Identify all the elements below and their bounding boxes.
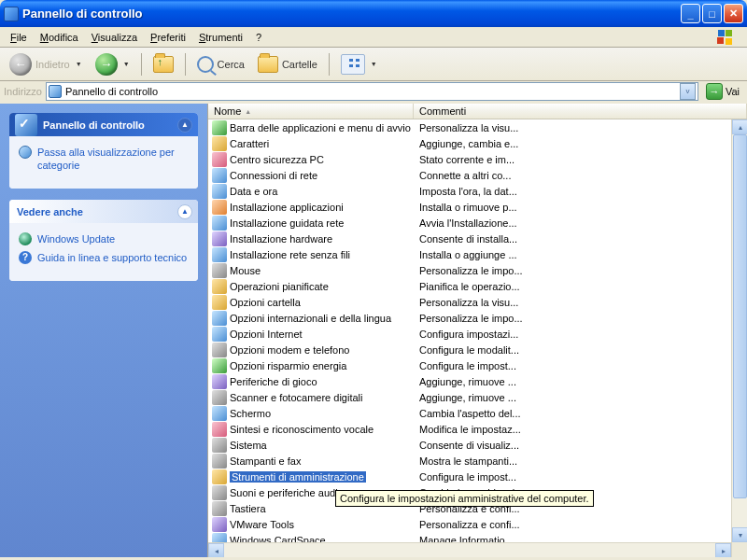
item-icon bbox=[212, 168, 227, 183]
maximize-button[interactable]: □ bbox=[702, 4, 722, 23]
sidebar-link-label: Passa alla visualizzazione per categorie bbox=[37, 146, 189, 172]
list-item[interactable]: Sintesi e riconoscimento vocaleModifica … bbox=[208, 421, 747, 437]
list-item[interactable]: VMware ToolsPersonalizza e confi... bbox=[208, 516, 747, 532]
sidebar-panel-control-panel: Pannello di controllo ▲ Passa alla visua… bbox=[9, 113, 198, 189]
menu-file[interactable]: File bbox=[4, 30, 34, 45]
list-item[interactable]: Data e oraImposta l'ora, la dat... bbox=[208, 183, 747, 199]
toolbar-separator bbox=[141, 53, 142, 76]
forward-dropdown-icon[interactable]: ▼ bbox=[123, 61, 130, 67]
item-icon bbox=[212, 358, 227, 373]
svg-rect-0 bbox=[717, 37, 724, 44]
folders-button[interactable]: Cartelle bbox=[252, 53, 323, 76]
item-icon bbox=[212, 152, 227, 167]
sidebar-panel-header[interactable]: Vedere anche ▲ bbox=[9, 200, 198, 223]
back-dropdown-icon[interactable]: ▼ bbox=[76, 61, 82, 67]
scroll-right-button[interactable]: ▸ bbox=[715, 543, 731, 557]
item-comment: Configura le impost... bbox=[414, 471, 747, 483]
item-comment: Personalizza e confi... bbox=[414, 519, 747, 530]
address-dropdown-button[interactable]: v bbox=[680, 83, 696, 100]
list-item[interactable]: SistemaConsente di visualiz... bbox=[208, 437, 747, 453]
scroll-thumb[interactable] bbox=[733, 134, 747, 498]
forward-button[interactable]: → ▼ bbox=[90, 50, 135, 78]
scroll-up-button[interactable]: ▴ bbox=[732, 119, 747, 134]
item-icon bbox=[212, 501, 227, 516]
item-comment: Stato corrente e im... bbox=[414, 154, 747, 165]
close-button[interactable]: ✕ bbox=[724, 4, 743, 23]
vertical-scrollbar[interactable]: ▴ ▾ bbox=[731, 119, 747, 557]
sidebar-panel-header[interactable]: Pannello di controllo ▲ bbox=[9, 113, 198, 136]
folders-icon bbox=[258, 56, 278, 73]
menu-modifica[interactable]: Modifica bbox=[34, 30, 85, 45]
back-arrow-icon: ← bbox=[9, 53, 32, 76]
list-item[interactable]: Operazioni pianificatePianifica le opera… bbox=[208, 278, 747, 294]
list-item[interactable]: Opzioni internazionali e della linguaPer… bbox=[208, 310, 747, 326]
search-button[interactable]: Cerca bbox=[191, 53, 250, 76]
item-icon bbox=[212, 454, 227, 469]
throbber-icon bbox=[708, 28, 743, 47]
menubar: File Modifica Visualizza Preferiti Strum… bbox=[0, 27, 747, 48]
item-name: Mouse bbox=[230, 265, 261, 276]
item-icon bbox=[212, 438, 227, 453]
sidebar-panel-title: Vedere anche bbox=[17, 206, 83, 217]
sidebar-panel-body: Windows Update ? Guida in linea e suppor… bbox=[9, 223, 198, 281]
address-combo[interactable]: Pannello di controllo v bbox=[46, 82, 698, 101]
column-label: Nome bbox=[214, 105, 241, 117]
scroll-down-button[interactable]: ▾ bbox=[732, 527, 747, 542]
scroll-left-button[interactable]: ◂ bbox=[208, 543, 224, 557]
item-comment: Consente di visualiz... bbox=[414, 440, 747, 451]
sidebar-link-help[interactable]: ? Guida in linea e supporto tecnico bbox=[19, 251, 189, 264]
sidebar: Pannello di controllo ▲ Passa alla visua… bbox=[0, 104, 207, 557]
list-item[interactable]: Opzioni modem e telefonoConfigura le mod… bbox=[208, 342, 747, 357]
item-name: Strumenti di amministrazione bbox=[230, 471, 366, 483]
item-name: Centro sicurezza PC bbox=[230, 154, 324, 165]
column-header-name[interactable]: Nome ▲ bbox=[208, 104, 414, 119]
list-item[interactable]: MousePersonalizza le impo... bbox=[208, 262, 747, 278]
list-item[interactable]: Installazione guidata reteAvvia l'Instal… bbox=[208, 215, 747, 231]
item-comment: Aggiunge, rimuove ... bbox=[414, 376, 747, 387]
list-item[interactable]: Windows CardSpaceManage Informatio... bbox=[208, 532, 747, 542]
views-dropdown-icon[interactable]: ▼ bbox=[371, 61, 377, 67]
list-item[interactable]: Stampanti e faxMostra le stampanti... bbox=[208, 453, 747, 469]
menu-strumenti[interactable]: Strumenti bbox=[192, 30, 249, 45]
go-button[interactable]: → Vai bbox=[702, 82, 743, 101]
item-icon bbox=[212, 279, 227, 294]
list-item[interactable]: Installazione rete senza filiInstalla o … bbox=[208, 246, 747, 262]
sidebar-panel-body: Passa alla visualizzazione per categorie bbox=[9, 136, 198, 189]
list-item[interactable]: SchermoCambia l'aspetto del... bbox=[208, 405, 747, 421]
item-icon bbox=[212, 231, 227, 246]
up-button[interactable]: ↑ bbox=[148, 53, 179, 76]
item-name: Opzioni Internet bbox=[230, 329, 303, 340]
minimize-button[interactable]: _ bbox=[681, 4, 700, 23]
views-button[interactable]: ▼ bbox=[335, 51, 383, 77]
item-comment: Personalizza la visu... bbox=[414, 122, 747, 133]
menu-help[interactable]: ? bbox=[249, 30, 268, 45]
item-name: Windows CardSpace bbox=[230, 535, 326, 543]
window-title: Pannello di controllo bbox=[22, 7, 679, 21]
list-item[interactable]: Opzioni cartellaPersonalizza la visu... bbox=[208, 294, 747, 310]
list-item[interactable]: Opzioni risparmio energiaConfigura le im… bbox=[208, 357, 747, 373]
sidebar-link-windows-update[interactable]: Windows Update bbox=[19, 232, 189, 245]
list-item[interactable]: Connessioni di reteConnette a altri co..… bbox=[208, 167, 747, 183]
back-label: Indietro bbox=[35, 59, 70, 70]
column-header-comments[interactable]: Commenti bbox=[414, 104, 747, 119]
list-item[interactable]: Periferiche di giocoAggiunge, rimuove ..… bbox=[208, 373, 747, 389]
list-item[interactable]: Installazione applicazioniInstalla o rim… bbox=[208, 199, 747, 215]
collapse-icon[interactable]: ▲ bbox=[177, 204, 192, 219]
list-item[interactable]: Opzioni InternetConfigura impostazi... bbox=[208, 326, 747, 342]
horizontal-scrollbar[interactable]: ◂ ▸ bbox=[208, 542, 731, 557]
list-item[interactable]: Strumenti di amministrazioneConfigura le… bbox=[208, 469, 747, 484]
list-item[interactable]: Installazione hardwareConsente di instal… bbox=[208, 231, 747, 246]
collapse-icon[interactable]: ▲ bbox=[177, 118, 192, 133]
back-button[interactable]: ← Indietro ▼ bbox=[4, 50, 88, 78]
list-item[interactable]: CaratteriAggiunge, cambia e... bbox=[208, 135, 747, 151]
item-icon bbox=[212, 311, 227, 326]
menu-visualizza[interactable]: Visualizza bbox=[85, 30, 144, 45]
list-item[interactable]: Scanner e fotocamere digitaliAggiunge, r… bbox=[208, 389, 747, 405]
item-comment: Avvia l'Installazione... bbox=[414, 217, 747, 229]
item-icon bbox=[212, 295, 227, 310]
sidebar-link-category-view[interactable]: Passa alla visualizzazione per categorie bbox=[19, 146, 189, 172]
list-item[interactable]: Centro sicurezza PCStato corrente e im..… bbox=[208, 151, 747, 167]
item-icon bbox=[212, 263, 227, 278]
menu-preferiti[interactable]: Preferiti bbox=[144, 30, 192, 45]
list-item[interactable]: Barra delle applicazioni e menu di avvio… bbox=[208, 119, 747, 135]
